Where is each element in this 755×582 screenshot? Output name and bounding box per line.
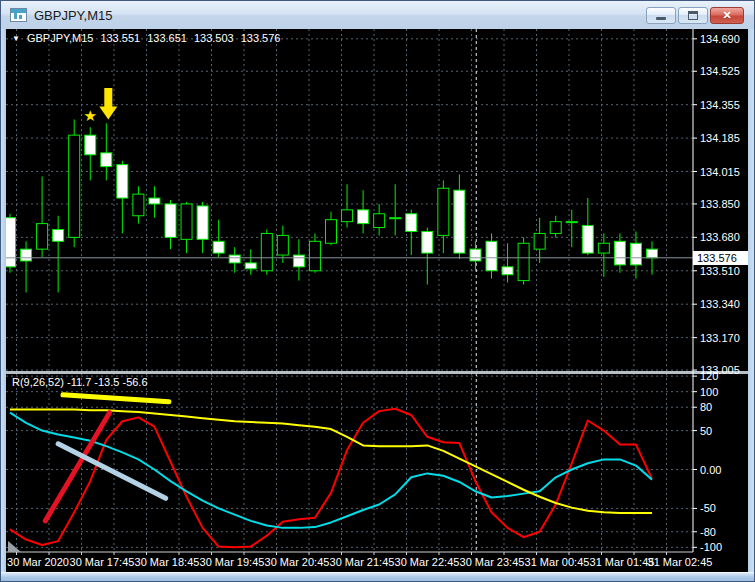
price-axis-label: 133.510 bbox=[700, 265, 740, 277]
candle-body bbox=[101, 153, 112, 167]
candle-body bbox=[598, 243, 609, 253]
minimize-icon bbox=[656, 17, 666, 20]
candle-body bbox=[149, 198, 160, 204]
candle-body bbox=[37, 224, 48, 250]
title-bar[interactable]: GBPJPY,M15 ✕ bbox=[1, 1, 754, 29]
symbol-dropdown-icon[interactable]: ▼ bbox=[12, 32, 20, 44]
mt4-chart-window: GBPJPY,M15 ✕ ★134.690134.525134.355134.1… bbox=[0, 0, 755, 582]
price-axis-label: 134.355 bbox=[700, 99, 740, 111]
price-axis-label: 133.340 bbox=[700, 298, 740, 310]
candle-body bbox=[438, 188, 449, 235]
candle-body bbox=[582, 226, 593, 254]
price-axis-label: 133.680 bbox=[700, 231, 740, 243]
candle-body bbox=[53, 230, 64, 242]
ohlc-high: 133.651 bbox=[147, 32, 187, 44]
minimize-button[interactable] bbox=[646, 7, 676, 24]
candle-body bbox=[454, 190, 465, 253]
candle-body bbox=[358, 210, 369, 224]
ohlc-low: 133.503 bbox=[194, 32, 234, 44]
time-axis-label: 31 Mar 00:45 bbox=[525, 556, 590, 568]
arrow-down-annotation[interactable] bbox=[99, 88, 117, 119]
candle-body bbox=[293, 255, 304, 267]
candle-body bbox=[277, 235, 288, 255]
indicator-axis-label: 0.00 bbox=[700, 464, 721, 476]
candle-body bbox=[117, 165, 128, 198]
indicator-axis-label: 80 bbox=[700, 401, 712, 413]
candle-body bbox=[261, 233, 272, 270]
time-axis-label: 30 Mar 19:45 bbox=[200, 556, 265, 568]
chart-window-icon bbox=[10, 8, 27, 22]
candle-body bbox=[534, 233, 545, 249]
current-price-badge: 133.576 bbox=[693, 251, 748, 265]
price-axis-label: 134.525 bbox=[700, 65, 740, 77]
candle-body bbox=[647, 249, 658, 258]
price-axis-label: 134.690 bbox=[700, 33, 740, 45]
candle-body bbox=[470, 249, 481, 261]
candle-body bbox=[390, 218, 401, 219]
time-axis-label: 30 Mar 20:45 bbox=[265, 556, 330, 568]
candle-body bbox=[342, 210, 353, 222]
indicator-axis-label: 120 bbox=[700, 370, 718, 382]
ohlc-symbol: GBPJPY,M15 bbox=[27, 32, 93, 44]
close-icon: ✕ bbox=[722, 10, 731, 21]
indicator-line-slow bbox=[10, 410, 652, 514]
time-axis-label: 30 Mar 23:45 bbox=[460, 556, 525, 568]
indicator-axis-label: -100 bbox=[700, 541, 722, 553]
resize-handle-triangle[interactable] bbox=[8, 541, 21, 552]
candle-body bbox=[133, 194, 144, 216]
candle-body bbox=[229, 255, 240, 263]
star-annotation[interactable]: ★ bbox=[84, 107, 97, 124]
candle-body bbox=[197, 206, 208, 239]
indicator-axis-label: -80 bbox=[700, 526, 716, 538]
close-button[interactable]: ✕ bbox=[710, 7, 744, 24]
time-axis-label: 31 Mar 02:45 bbox=[648, 556, 713, 568]
candle-body bbox=[6, 218, 16, 267]
window-border-bottom bbox=[1, 572, 754, 581]
candle-body bbox=[518, 243, 529, 280]
candle-body bbox=[502, 267, 513, 275]
chart-canvas[interactable]: ★134.690134.525134.355134.185134.015133.… bbox=[6, 29, 748, 574]
price-axis-label: 133.170 bbox=[700, 332, 740, 344]
time-axis-label: 30 Mar 18:45 bbox=[135, 556, 200, 568]
candle-body bbox=[486, 241, 497, 270]
time-axis-label: 30 Mar 2020 bbox=[7, 556, 69, 568]
candle-body bbox=[21, 249, 32, 261]
candle-body bbox=[550, 222, 561, 234]
candle-body bbox=[374, 214, 385, 228]
candle-body bbox=[245, 263, 256, 269]
time-axis-label: 30 Mar 22:45 bbox=[395, 556, 460, 568]
candle-body bbox=[566, 222, 577, 223]
candle-body bbox=[165, 204, 176, 237]
time-axis-label: 30 Mar 17:45 bbox=[70, 556, 135, 568]
candle-body bbox=[85, 135, 96, 155]
candle-body bbox=[309, 241, 320, 270]
price-axis-label: 134.015 bbox=[700, 166, 740, 178]
indicator-axis-label: 100 bbox=[700, 386, 718, 398]
panel-divider[interactable] bbox=[6, 371, 748, 374]
indicator-axis-label: -50 bbox=[700, 502, 716, 514]
chart-client-area: ★134.690134.525134.355134.185134.015133.… bbox=[6, 29, 748, 574]
time-axis-label: 30 Mar 21:45 bbox=[330, 556, 395, 568]
window-title: GBPJPY,M15 bbox=[34, 8, 646, 23]
restore-button[interactable] bbox=[678, 7, 708, 24]
candle-body bbox=[213, 241, 224, 253]
candle-body bbox=[326, 220, 337, 244]
ohlc-close: 133.576 bbox=[241, 32, 281, 44]
indicator-axis-label: 50 bbox=[700, 425, 712, 437]
price-axis-label: 134.185 bbox=[700, 132, 740, 144]
price-axis-label: 133.850 bbox=[700, 198, 740, 210]
restore-icon bbox=[688, 11, 698, 20]
candle-body bbox=[406, 214, 417, 232]
candle-body bbox=[614, 241, 625, 265]
candle-body bbox=[630, 243, 641, 265]
candle-body bbox=[422, 231, 433, 253]
candle-body bbox=[181, 204, 192, 239]
ohlc-header: ▼ GBPJPY,M15 133.551 133.651 133.503 133… bbox=[12, 32, 280, 44]
trendline-yellow[interactable] bbox=[63, 395, 169, 402]
indicator-label: R(9,26,52) -11.7 -13.5 -56.6 bbox=[12, 376, 148, 388]
candle-body bbox=[69, 135, 80, 237]
time-axis-label: 31 Mar 01:45 bbox=[590, 556, 655, 568]
ohlc-open: 133.551 bbox=[100, 32, 140, 44]
